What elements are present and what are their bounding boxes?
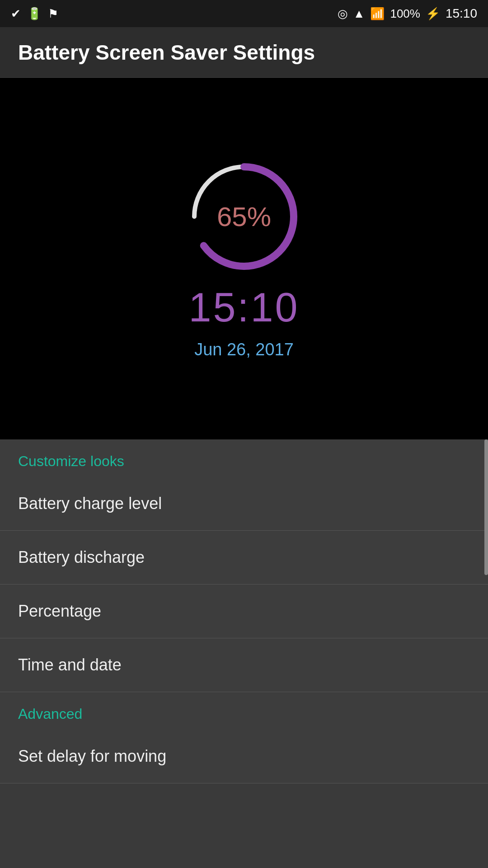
status-time: 15:10	[446, 6, 477, 21]
wifi-icon: ▲	[353, 7, 365, 21]
signal-icon: 📶	[370, 7, 385, 21]
preview-area: 65% 15:10 Jun 26, 2017	[0, 78, 488, 439]
status-bar-right: ◎ ▲ 📶 100% ⚡ 15:10	[338, 6, 477, 21]
app-bar: Battery Screen Saver Settings	[0, 27, 488, 78]
preview-time: 15:10	[188, 284, 299, 331]
check-icon: ✔	[11, 7, 21, 21]
section-header-customize: Customize looks	[0, 439, 488, 477]
app-bar-title: Battery Screen Saver Settings	[18, 40, 315, 65]
settings-item-percentage[interactable]: Percentage	[0, 585, 488, 638]
settings-item-label: Set delay for moving	[18, 747, 166, 765]
battery-circle: 65%	[185, 158, 303, 275]
status-bar-left: ✔ 🔋 ⚑	[11, 7, 58, 21]
settings-item-delay[interactable]: Set delay for moving	[0, 730, 488, 783]
scrollbar[interactable]	[484, 439, 488, 575]
settings-item-label: Time and date	[18, 656, 122, 674]
notification-icon: ⚑	[48, 7, 58, 21]
settings-list: Customize looks Battery charge level Bat…	[0, 439, 488, 783]
settings-item-label: Percentage	[18, 602, 101, 620]
section-header-advanced: Advanced	[0, 692, 488, 730]
preview-date: Jun 26, 2017	[194, 340, 294, 359]
settings-item-label: Battery discharge	[18, 548, 145, 566]
settings-container: Customize looks Battery charge level Bat…	[0, 439, 488, 783]
status-bar: ✔ 🔋 ⚑ ◎ ▲ 📶 100% ⚡ 15:10	[0, 0, 488, 27]
settings-item-label: Battery charge level	[18, 494, 162, 513]
settings-item-battery-discharge[interactable]: Battery discharge	[0, 531, 488, 585]
battery-low-icon: 🔋	[27, 7, 42, 21]
charging-icon: ⚡	[426, 7, 440, 21]
target-icon: ◎	[338, 7, 348, 21]
settings-item-battery-charge[interactable]: Battery charge level	[0, 477, 488, 531]
battery-percent-text: 65%	[217, 201, 271, 232]
battery-percentage: 100%	[390, 7, 420, 21]
settings-item-time-date[interactable]: Time and date	[0, 638, 488, 692]
